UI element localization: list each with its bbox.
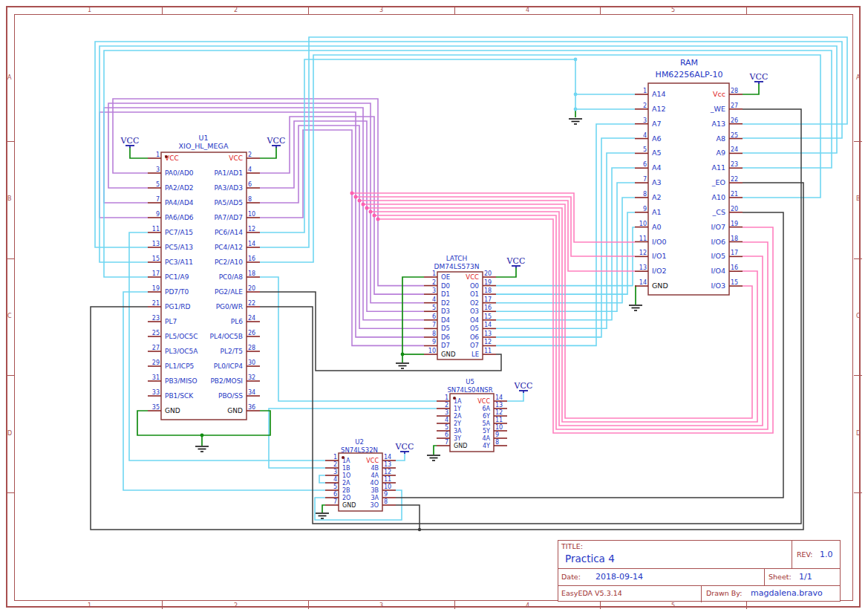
- ground-symbol: [569, 119, 582, 124]
- ic-U1[interactable]: U1XIO_HL_MEGA1VCC3PA0/AD05PA2/AD27PA4/AD…: [148, 134, 260, 420]
- pin-number: 36: [248, 404, 255, 411]
- pin-number: 6: [643, 161, 647, 168]
- wire[interactable]: [496, 267, 516, 277]
- pin-name: _WE: [710, 105, 725, 113]
- ic-RAM[interactable]: RAMHM62256ALP-101A142A123A74A65A56A47A38…: [635, 58, 743, 295]
- ic-ref: LATCH: [446, 255, 468, 262]
- pin-number: 14: [484, 322, 492, 328]
- pin-number: 18: [248, 270, 255, 277]
- wire[interactable]: [396, 505, 420, 530]
- pin-number: 22: [248, 300, 255, 307]
- pin-name: O0: [470, 282, 479, 290]
- pin-name: 3A: [371, 495, 379, 501]
- rev-value[interactable]: 1.0: [820, 550, 833, 559]
- ic-LATCH[interactable]: LATCHDM74LS573N1OE2D03D14D25D36D47D58D69…: [424, 255, 496, 359]
- schematic-sheet: 1122334455AABBCCDD VCCVCCVCCVCCVCCVCCU1X…: [0, 0, 868, 615]
- ground-symbol: [396, 363, 409, 368]
- pin-name: PG2/ALE: [215, 288, 243, 296]
- pin-number: 25: [152, 330, 160, 336]
- pin-name: O7: [470, 342, 479, 349]
- pin-name: A3: [652, 178, 662, 186]
- pin-name: A7: [652, 120, 662, 128]
- wire[interactable]: [635, 286, 636, 305]
- pin-name: I/O7: [711, 223, 725, 231]
- pin-number: 3: [156, 166, 160, 173]
- pin1-dot: [453, 397, 456, 400]
- pin-number: 5: [643, 146, 647, 153]
- pin-name: A2: [652, 193, 662, 201]
- pin-number: 12: [384, 469, 391, 475]
- wire[interactable]: [743, 83, 759, 94]
- pin-name: VCC: [229, 154, 243, 162]
- pin-name: VCC: [477, 398, 490, 405]
- wire[interactable]: [260, 147, 276, 158]
- wire[interactable]: [322, 505, 325, 512]
- schematic-canvas[interactable]: VCCVCCVCCVCCVCCVCCU1XIO_HL_MEGA1VCC3PA0/…: [0, 0, 868, 615]
- wire[interactable]: [260, 277, 437, 401]
- junction-dot: [376, 218, 380, 221]
- pin-name: I/O1: [652, 252, 667, 260]
- pin-name: PA0/AD0: [165, 169, 194, 177]
- pin-name: I/O2: [652, 267, 667, 275]
- svg-text:VCC: VCC: [120, 136, 140, 146]
- pin-number: 8: [643, 191, 647, 198]
- ic-U5[interactable]: U5SN74LS04NSR11A21Y32A42Y53A63Y7GND14VCC…: [437, 378, 507, 452]
- pin-name: I/O0: [652, 238, 667, 246]
- date-label: Date:: [561, 573, 581, 581]
- junction-dot: [574, 93, 578, 97]
- wire[interactable]: [507, 392, 523, 401]
- pin-name: O6: [470, 333, 479, 341]
- wire[interactable]: [434, 446, 437, 455]
- pin-number: 23: [152, 315, 160, 322]
- junction-dot: [574, 108, 578, 111]
- date-value[interactable]: 2018-09-14: [595, 572, 643, 582]
- drawn-by-value[interactable]: magdalena.bravo: [751, 588, 823, 598]
- wire[interactable]: [260, 59, 575, 232]
- pin-name: PC4/A12: [215, 244, 243, 251]
- pin-name: PG0/WR: [216, 303, 243, 310]
- wire[interactable]: [319, 475, 325, 483]
- ground-symbol: [316, 513, 329, 518]
- wire[interactable]: [260, 55, 820, 262]
- pin-number: 2: [643, 102, 647, 109]
- sheet-value[interactable]: 1/1: [799, 572, 812, 582]
- pin-name: I/O6: [711, 238, 725, 246]
- pin-name: A1: [652, 208, 662, 216]
- pin-number: 19: [484, 279, 492, 286]
- pin-number: 13: [152, 241, 160, 247]
- pin-name: PC2/A10: [215, 258, 243, 266]
- pin-number: 22: [731, 176, 738, 183]
- pin-number: 2: [333, 461, 337, 468]
- wire[interactable]: [260, 121, 424, 311]
- pin-number: 19: [152, 285, 160, 292]
- svg-text:VCC: VCC: [514, 381, 533, 391]
- pin-name: GND: [454, 443, 467, 449]
- pin-name: D3: [441, 308, 450, 315]
- pin-number: 13: [495, 402, 503, 409]
- pin-number: 20: [248, 285, 255, 292]
- pin-number: 1: [156, 152, 160, 158]
- sheet-title[interactable]: Practica 4: [565, 553, 615, 564]
- wire[interactable]: [356, 197, 635, 256]
- pin-number: 14: [639, 279, 647, 286]
- pin-number: 4: [333, 476, 337, 483]
- pin-name: A8: [716, 134, 725, 143]
- pin-number: 10: [495, 424, 503, 431]
- vcc-symbol: VCC: [749, 72, 769, 84]
- pin-number: 13: [484, 331, 492, 337]
- wire[interactable]: [260, 130, 424, 345]
- pin-number: 7: [333, 498, 337, 505]
- wire[interactable]: [396, 453, 405, 461]
- pin-number: 11: [495, 417, 503, 423]
- ic-U2[interactable]: U2SN74LS32N11A21B31O42A52B62O7GND14VCC13…: [325, 438, 396, 511]
- pin-number: 12: [248, 226, 255, 232]
- vcc-symbol: VCC: [395, 442, 414, 454]
- wire[interactable]: [130, 147, 148, 158]
- tool-version: EasyEDA V5.3.14: [561, 589, 622, 597]
- pin-number: 9: [495, 432, 499, 438]
- pin-number: 6: [333, 491, 337, 498]
- pin-number: 5: [156, 181, 160, 188]
- pin-name: D5: [441, 325, 450, 332]
- pin-name: PB2/MOSI: [210, 377, 243, 385]
- wire[interactable]: [260, 126, 424, 328]
